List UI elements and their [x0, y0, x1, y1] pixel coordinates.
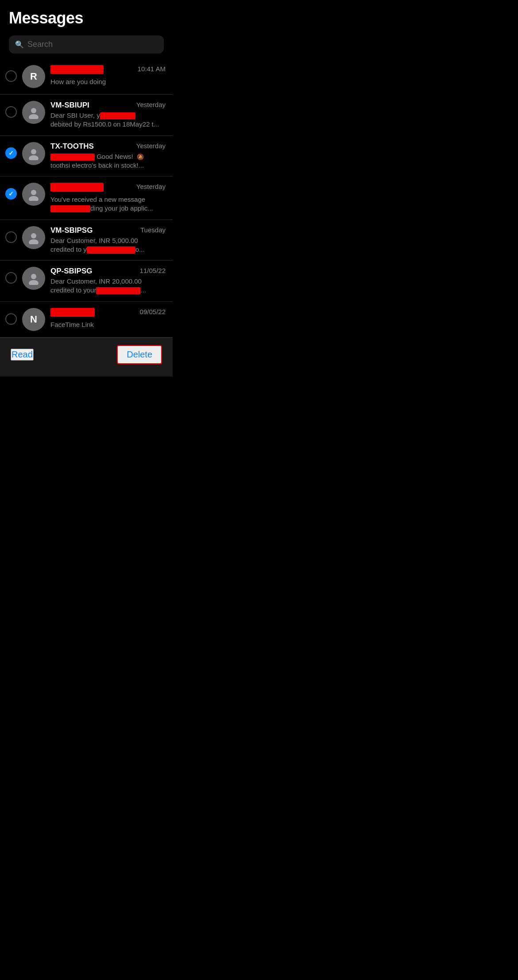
redacted-sender: [50, 65, 104, 74]
message-checkbox[interactable]: [5, 188, 17, 200]
message-checkbox[interactable]: [5, 106, 17, 118]
checkbox-col[interactable]: [5, 226, 17, 243]
person-icon: [27, 147, 40, 160]
avatar: [22, 142, 45, 165]
svg-point-5: [29, 196, 39, 201]
message-content: Yesterday You've received a new message …: [50, 183, 166, 213]
person-icon: [27, 231, 40, 244]
list-item[interactable]: VM-SBIPSG Tuesday Dear Customer, INR 5,0…: [0, 220, 173, 261]
search-icon: 🔍: [15, 40, 24, 49]
sender-name: TX-TOOTHS: [50, 142, 133, 151]
header: Messages: [0, 0, 173, 31]
svg-point-2: [31, 149, 36, 154]
message-time: 09/05/22: [140, 308, 166, 315]
sender-name: VM-SBIPSG: [50, 226, 137, 235]
message-header: TX-TOOTHS Yesterday: [50, 142, 166, 151]
sender-name: [50, 183, 133, 194]
search-placeholder: Search: [27, 40, 53, 49]
message-header: 10:41 AM: [50, 65, 166, 76]
person-icon: [27, 106, 40, 119]
checkbox-col[interactable]: [5, 142, 17, 159]
checkbox-col[interactable]: [5, 65, 17, 82]
svg-point-9: [29, 280, 39, 285]
svg-point-4: [31, 190, 36, 195]
redacted-text: [50, 154, 95, 161]
list-item[interactable]: TX-TOOTHS Yesterday Good News! 🔕 toothsi…: [0, 136, 173, 177]
avatar: [22, 101, 45, 124]
message-checkbox[interactable]: [5, 313, 17, 325]
svg-point-6: [31, 233, 36, 238]
message-preview: Dear SBI User, y debited by Rs1500.0 on …: [50, 111, 166, 129]
list-item[interactable]: QP-SBIPSG 11/05/22 Dear Customer, INR 20…: [0, 261, 173, 302]
message-preview: You've received a new message ding your …: [50, 195, 166, 213]
message-preview: Good News! 🔕 toothsi electro's back in s…: [50, 152, 166, 170]
svg-point-3: [29, 155, 39, 160]
message-content: VM-SBIUPI Yesterday Dear SBI User, y deb…: [50, 101, 166, 129]
checkbox-col[interactable]: [5, 183, 17, 200]
redacted-text: [87, 246, 135, 254]
search-bar[interactable]: 🔍 Search: [9, 35, 164, 54]
messages-list: R 10:41 AM How are you doing: [0, 59, 173, 338]
message-time: 10:41 AM: [138, 65, 166, 73]
sender-name: VM-SBIUPI: [50, 101, 133, 110]
avatar: N: [22, 308, 45, 331]
message-time: Yesterday: [136, 183, 166, 190]
redacted-sender: [50, 308, 95, 317]
person-icon: [27, 188, 40, 201]
checkbox-col[interactable]: [5, 308, 17, 325]
message-preview: Dear Customer, INR 5,000.00 credited to …: [50, 236, 166, 254]
message-header: VM-SBIPSG Tuesday: [50, 226, 166, 235]
svg-point-8: [31, 274, 36, 279]
message-preview: How are you doing: [50, 77, 166, 86]
redacted-text: [100, 112, 135, 119]
message-content: 10:41 AM How are you doing: [50, 65, 166, 86]
message-content: VM-SBIPSG Tuesday Dear Customer, INR 5,0…: [50, 226, 166, 254]
message-time: Yesterday: [136, 101, 166, 108]
message-content: QP-SBIPSG 11/05/22 Dear Customer, INR 20…: [50, 267, 166, 295]
list-item[interactable]: N 09/05/22 FaceTime Link: [0, 302, 173, 338]
message-preview: Dear Customer, INR 20,000.00 credited to…: [50, 277, 166, 295]
checkbox-col[interactable]: [5, 101, 17, 118]
message-header: VM-SBIUPI Yesterday: [50, 101, 166, 110]
sender-name: [50, 308, 136, 319]
message-time: 11/05/22: [140, 267, 166, 274]
page-title: Messages: [9, 9, 164, 27]
message-checkbox[interactable]: [5, 70, 17, 82]
message-time: Yesterday: [136, 142, 166, 150]
list-item[interactable]: R 10:41 AM How are you doing: [0, 59, 173, 95]
message-header: Yesterday: [50, 183, 166, 194]
message-checkbox[interactable]: [5, 231, 17, 243]
read-button[interactable]: Read: [11, 349, 34, 361]
svg-point-7: [29, 239, 39, 244]
mute-icon: 🔕: [137, 154, 144, 160]
svg-point-1: [29, 114, 39, 119]
message-content: TX-TOOTHS Yesterday Good News! 🔕 toothsi…: [50, 142, 166, 170]
message-preview: FaceTime Link: [50, 320, 166, 329]
message-time: Tuesday: [140, 226, 166, 234]
checkbox-col[interactable]: [5, 267, 17, 284]
avatar: R: [22, 65, 45, 88]
svg-point-0: [31, 108, 36, 113]
list-item[interactable]: Yesterday You've received a new message …: [0, 177, 173, 220]
message-checkbox[interactable]: [5, 147, 17, 159]
redacted-text: [50, 205, 90, 212]
messages-screen: Messages 🔍 Search R 10:41 AM How are you…: [0, 0, 173, 377]
list-item[interactable]: VM-SBIUPI Yesterday Dear SBI User, y deb…: [0, 95, 173, 136]
sender-name: QP-SBIPSG: [50, 267, 136, 276]
message-content: 09/05/22 FaceTime Link: [50, 308, 166, 329]
delete-button[interactable]: Delete: [117, 345, 162, 364]
redacted-text: [96, 287, 140, 294]
avatar: [22, 267, 45, 290]
sender-name: [50, 65, 134, 76]
person-icon: [27, 272, 40, 285]
message-checkbox[interactable]: [5, 272, 17, 284]
avatar: [22, 183, 45, 206]
message-header: QP-SBIPSG 11/05/22: [50, 267, 166, 276]
avatar: [22, 226, 45, 249]
message-header: 09/05/22: [50, 308, 166, 319]
bottom-toolbar: Read Delete: [0, 338, 173, 377]
redacted-sender: [50, 183, 104, 192]
